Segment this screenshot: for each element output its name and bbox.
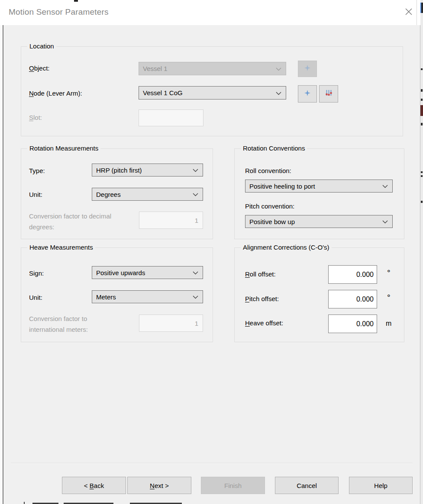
rotation-conversion-field-wrap (139, 212, 203, 229)
pick-node-button[interactable] (319, 85, 338, 103)
background-window-fragment (24, 502, 25, 504)
rotation-measurements-title: Rotation Measurements (27, 144, 100, 152)
heave-offset-input[interactable] (328, 315, 377, 333)
rotation-type-value: HRP (pitch first) (96, 167, 142, 174)
chevron-down-icon (193, 190, 198, 198)
slot-label: Slot: (29, 114, 42, 121)
heave-sign-dropdown[interactable]: Positive upwards (92, 266, 203, 279)
help-button[interactable]: Help (349, 477, 413, 494)
heave-conversion-input (139, 315, 203, 332)
chevron-down-icon (276, 65, 281, 73)
heave-measurements-title: Heave Measurements (27, 244, 95, 251)
alignment-corrections-group: Alignment Corrections (C-O's) Roll offse… (234, 247, 404, 342)
chevron-down-icon (193, 166, 198, 174)
object-dropdown-value: Vessel 1 (143, 65, 168, 72)
roll-convention-label: Roll convention: (245, 167, 291, 174)
chevron-down-icon (276, 89, 281, 97)
background-window-fragment (421, 201, 423, 203)
rotation-type-dropdown[interactable]: HRP (pitch first) (92, 164, 203, 177)
heave-measurements-group: Heave Measurements Sign: Positive upward… (21, 247, 213, 342)
node-dropdown-value: Vessel 1 CoG (143, 89, 183, 96)
roll-offset-input[interactable] (328, 265, 377, 284)
background-window-fragment (421, 99, 423, 101)
background-window-fragment (74, 0, 78, 2)
background-window-fragment (421, 89, 423, 92)
chevron-down-icon (193, 293, 198, 301)
node-dropdown[interactable]: Vessel 1 CoG (139, 86, 286, 100)
pitch-offset-field-wrap (328, 290, 377, 308)
slot-input (139, 109, 203, 126)
rotation-conventions-title: Rotation Conventions (241, 144, 307, 152)
pitch-offset-label: Pitch offset: (245, 295, 279, 302)
roll-convention-dropdown[interactable]: Positive heeling to port (245, 180, 393, 193)
rotation-conventions-group: Rotation Conventions Roll convention: Po… (234, 148, 404, 239)
rotation-conversion-label: Conversion factor to decimal degrees: (29, 211, 122, 232)
heave-unit-dropdown[interactable]: Meters (92, 290, 203, 303)
heave-conversion-label: Conversion factor to international meter… (29, 313, 122, 335)
object-dropdown: Vessel 1 (139, 62, 286, 75)
close-button[interactable] (403, 7, 415, 18)
window-border (417, 0, 417, 25)
chevron-down-icon (382, 218, 388, 225)
pitch-convention-label: Pitch convention: (245, 202, 294, 210)
background-window-edge (420, 0, 423, 504)
heave-unit-label: Unit: (29, 294, 42, 301)
cancel-button[interactable]: Cancel (275, 477, 339, 494)
object-label: Object: (29, 64, 50, 72)
roll-offset-label: Roll offset: (245, 270, 276, 278)
plus-icon (304, 89, 311, 99)
add-object-button (298, 61, 317, 77)
sign-label: Sign: (29, 270, 44, 277)
rotation-unit-label: Unit: (29, 191, 42, 198)
plus-icon (304, 64, 311, 74)
location-group: Location Object: Vessel 1 Node (Lever Ar… (21, 46, 403, 136)
node-label: Node (Lever Arm): (29, 90, 82, 97)
pitch-convention-dropdown[interactable]: Positive bow up (245, 215, 393, 228)
heave-offset-label: Heave offset: (245, 319, 283, 327)
rotation-unit-dropdown[interactable]: Degrees (92, 188, 203, 201)
background-window-fragment (420, 3, 423, 13)
heave-offset-field-wrap (328, 315, 377, 333)
window-title: Motion Sensor Parameters (9, 7, 109, 17)
roll-offset-field-wrap (328, 265, 377, 284)
heave-conversion-field-wrap (139, 315, 203, 332)
rotation-conversion-input (139, 212, 203, 229)
chevron-down-icon (193, 269, 198, 276)
roll-convention-value: Positive heeling to port (249, 183, 315, 190)
title-bar: Motion Sensor Parameters (0, 0, 423, 25)
rotation-measurements-group: Rotation Measurements Type: HRP (pitch f… (21, 148, 213, 239)
background-window-fragment (421, 175, 423, 177)
type-label: Type: (29, 167, 45, 174)
back-button[interactable]: < Back (62, 477, 126, 494)
rotation-unit-value: Degrees (96, 191, 121, 198)
heave-offset-unit: m (386, 320, 391, 327)
button-row-separator (11, 463, 413, 464)
alignment-corrections-title: Alignment Corrections (C-O's) (241, 244, 332, 251)
background-window-fragment (421, 171, 423, 173)
heave-sign-value: Positive upwards (96, 269, 145, 276)
next-button[interactable]: Next > (127, 477, 191, 494)
pitch-offset-input[interactable] (328, 290, 377, 308)
add-node-button[interactable] (298, 85, 317, 103)
pitch-offset-unit: ° (387, 293, 391, 302)
background-window-fragment (421, 68, 423, 70)
dialog-left-border (3, 25, 3, 504)
pitch-convention-value: Positive bow up (249, 218, 295, 225)
location-group-title: Location (27, 42, 56, 50)
close-icon (404, 7, 413, 18)
slot-field-wrap (139, 109, 203, 126)
node-picker-icon (324, 89, 333, 99)
background-window-fragment (421, 123, 423, 125)
background-window-fragment (420, 105, 423, 116)
chevron-down-icon (382, 182, 388, 190)
heave-unit-value: Meters (96, 293, 116, 301)
roll-offset-unit: ° (387, 268, 391, 278)
finish-button: Finish (201, 477, 265, 494)
